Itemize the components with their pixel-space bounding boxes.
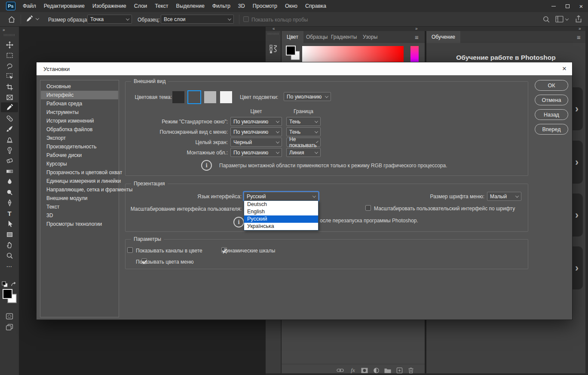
sidebar-item-history[interactable]: История изменений [41,117,118,125]
maximize-button[interactable] [560,0,574,12]
blur-tool[interactable] [1,177,18,187]
history-brush-tool[interactable] [1,145,18,155]
language-option-russian[interactable]: Русский [244,215,318,223]
tool-preset-eyedropper[interactable] [26,15,39,22]
tab-patterns[interactable]: Узоры [358,31,383,43]
menu-edit[interactable]: Редактирование [40,0,89,12]
standard-window-color-dropdown[interactable]: По умолчанию [230,117,282,126]
crop-tool[interactable] [1,82,18,92]
fullscreen-menu-color-dropdown[interactable]: По умолчанию [230,127,282,136]
menu-select[interactable]: Выделение [172,0,208,12]
screen-mode-button[interactable] [1,323,18,332]
clone-stamp-tool[interactable] [1,135,18,144]
search-icon[interactable] [542,15,550,25]
sidebar-item-export[interactable]: Экспорт [41,134,118,142]
rectangle-tool[interactable] [1,230,18,240]
menu-type[interactable]: Текст [151,0,172,12]
language-option-english[interactable]: English [244,208,318,215]
panel-menu-icon[interactable]: ≡ [577,34,581,41]
brush-tool[interactable] [1,124,18,134]
theme-swatch-dark-selected[interactable] [188,91,200,103]
lasso-tool[interactable] [1,61,18,71]
close-button[interactable]: × [574,0,588,12]
theme-swatch-lightest[interactable] [220,91,232,103]
expand-panels-icon[interactable]: « [273,26,276,31]
type-tool[interactable]: T [1,209,18,218]
ok-button[interactable]: ОК [535,80,568,91]
move-tool[interactable] [1,40,18,50]
minimize-button[interactable] [547,0,560,12]
ui-language-dropdown[interactable]: Русский [244,192,318,201]
sidebar-item-tools[interactable]: Инструменты [41,108,118,117]
default-colors-icon[interactable] [2,281,8,289]
panel-menu-icon[interactable]: ≡ [415,34,419,41]
sidebar-item-performance[interactable]: Производительность [41,142,118,151]
dialog-close-button[interactable]: × [559,64,570,74]
sidebar-item-transparency-gamut[interactable]: Прозрачность и цветовой охват [41,168,118,177]
sidebar-item-file-handling[interactable]: Обработка файлов [41,125,118,134]
language-option-deutsch[interactable]: Deutsch [244,201,318,208]
healing-brush-tool[interactable] [1,114,18,123]
next-button[interactable]: Вперед [535,124,568,135]
menu-view[interactable]: Просмотр [249,0,281,12]
collapsed-history-panel-icon[interactable] [266,36,281,62]
object-selection-tool[interactable] [1,71,18,81]
scale-ui-to-font-checkbox[interactable] [365,205,371,211]
tab-learn[interactable]: Обучение [426,31,460,43]
highlight-color-dropdown[interactable]: По умолчанию [284,92,331,101]
fullscreen-border-dropdown[interactable]: Не показывать [286,138,321,147]
pen-tool[interactable] [1,198,18,208]
language-option-ukrainian[interactable]: Українська [244,223,318,230]
path-selection-tool[interactable] [1,219,18,229]
marquee-tool[interactable] [1,50,18,60]
cancel-button[interactable]: Отмена [535,95,568,105]
tab-gradients[interactable]: Градиенты [326,31,362,43]
quick-mask-button[interactable] [1,311,18,321]
show-channels-in-color-checkbox[interactable] [127,247,133,253]
collapse-learn-group-icon[interactable]: » [579,26,582,31]
home-icon[interactable] [8,15,15,25]
sidebar-item-interface[interactable]: Интерфейс [41,91,118,99]
standard-window-border-dropdown[interactable]: Тень [286,117,321,126]
menu-filter[interactable]: Фильтр [208,0,234,12]
workspace-switcher[interactable] [555,15,568,23]
sidebar-item-units-rulers[interactable]: Единицы измерения и линейки [41,177,118,185]
sidebar-item-guides-grid[interactable]: Направляющие, сетка и фрагменты [41,185,118,194]
collapse-toolbar-icon[interactable]: » [3,28,6,32]
eyedropper-tool[interactable] [1,102,18,112]
sidebar-item-general[interactable]: Основные [41,82,118,91]
zoom-tool[interactable] [1,251,18,261]
sidebar-item-cursors[interactable]: Курсоры [41,160,118,168]
artboard-color-dropdown[interactable]: По умолчанию [230,148,282,157]
frame-tool[interactable] [1,92,18,102]
fullscreen-color-dropdown[interactable]: Черный [230,138,282,147]
sidebar-item-plugins[interactable]: Внешние модули [41,194,118,203]
sidebar-item-workspace[interactable]: Рабочая среда [41,99,118,108]
toolbar-grip[interactable] [4,34,15,36]
tab-color[interactable]: Цвет [282,31,303,43]
sidebar-item-3d[interactable]: 3D [41,211,118,220]
sample-dropdown[interactable]: Все слои [161,15,234,24]
eraser-tool[interactable] [1,156,18,166]
hand-tool[interactable] [1,240,18,250]
menu-font-size-dropdown[interactable]: Малый [487,192,521,201]
menu-window[interactable]: Окно [281,0,301,12]
menu-image[interactable]: Изображение [89,0,130,12]
menu-file[interactable]: Файл [19,0,40,12]
sample-size-dropdown[interactable]: Точка [87,15,132,24]
foreground-color-swatch[interactable] [3,289,17,305]
menu-3d[interactable]: 3D [234,0,249,12]
sidebar-item-scratch-disks[interactable]: Рабочие диски [41,151,118,160]
sidebar-item-tech-previews[interactable]: Просмотры технологии [41,220,118,228]
sidebar-item-type[interactable]: Текст [41,203,118,211]
swap-colors-icon[interactable] [10,281,17,289]
share-icon[interactable] [575,15,582,25]
dialog-titlebar[interactable]: Установки × [37,62,572,75]
edit-toolbar-ellipsis[interactable]: ⋯ [1,261,18,271]
dodge-tool[interactable] [1,188,18,197]
artboard-border-dropdown[interactable]: Линия [286,148,321,157]
theme-swatch-light[interactable] [204,91,216,103]
menu-help[interactable]: Справка [301,0,330,12]
collapse-color-group-icon[interactable]: » [415,26,418,31]
gradient-tool[interactable] [1,166,18,176]
